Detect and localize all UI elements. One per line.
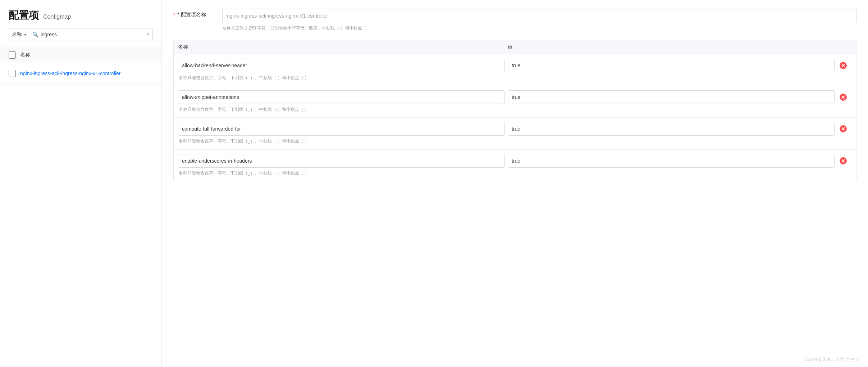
config-name-input[interactable]: [222, 9, 856, 23]
data-row: 名称只能包含数字、字母、下划线（_）、中划线（-）和小数点（.）: [174, 150, 856, 181]
select-all-checkbox[interactable]: [9, 51, 16, 59]
data-row: 名称只能包含数字、字母、下划线（_）、中划线（-）和小数点（.）: [174, 54, 856, 86]
sidebar: 配置项 Configmap 名称 ▼ 🔍 × 名称 nginx-ingress-…: [0, 0, 162, 367]
required-star: *: [173, 12, 175, 18]
table-col-value: 值: [508, 44, 837, 50]
row-1-hint: 名称只能包含数字、字母、下划线（_）、中划线（-）和小数点（.）: [178, 74, 852, 81]
sidebar-table-body: nginx-ingress-ack-ingress-nginx-v1-contr…: [0, 63, 161, 84]
search-bar: 名称 ▼ 🔍 ×: [9, 28, 153, 41]
row-2-value-input[interactable]: [508, 90, 835, 104]
sidebar-title-row: 配置项 Configmap: [9, 9, 153, 22]
config-name-field: * * 配置项名称 名称长度为 1-253 字符，只能包含小写字母、数字、中划线…: [173, 9, 856, 31]
row-2-hint: 名称只能包含数字、字母、下划线（_）、中划线（-）和小数点（.）: [178, 106, 852, 113]
data-table: 名称 值 名称只能包含数字、字母、下划线（_）、中划线（-）和小数点（.）: [173, 40, 856, 181]
config-name-label: * * 配置项名称: [173, 9, 216, 18]
search-dropdown[interactable]: 名称 ▼: [12, 31, 30, 38]
search-icon: 🔍: [32, 32, 38, 37]
row-checkbox[interactable]: [9, 70, 16, 77]
sidebar-header: 配置项 Configmap 名称 ▼ 🔍 ×: [0, 0, 161, 47]
row-3-value-input[interactable]: [508, 122, 835, 136]
row-1-delete-button[interactable]: [837, 60, 849, 71]
table-row[interactable]: nginx-ingress-ack-ingress-nginx-v1-contr…: [0, 63, 161, 84]
row-4-value-input[interactable]: [508, 154, 835, 168]
row-1-name-input[interactable]: [178, 59, 505, 72]
data-table-header: 名称 值: [174, 40, 856, 54]
row-3-delete-button[interactable]: [837, 123, 849, 135]
search-input[interactable]: [41, 32, 144, 37]
data-row-fields: [178, 122, 852, 136]
data-row: 名称只能包含数字、字母、下划线（_）、中划线（-）和小数点（.）: [174, 86, 856, 118]
row-4-delete-button[interactable]: [837, 155, 849, 167]
data-row: 名称只能包含数字、字母、下划线（_）、中划线（-）和小数点（.）: [174, 118, 856, 149]
search-clear-button[interactable]: ×: [146, 32, 150, 37]
row-3-name-input[interactable]: [178, 122, 505, 136]
row-1-value-input[interactable]: [508, 59, 835, 72]
table-col-action: [837, 44, 852, 50]
data-row-fields: [178, 90, 852, 104]
row-4-name-input[interactable]: [178, 154, 505, 168]
table-col-name: 名称: [178, 44, 508, 50]
config-name-hint: 名称长度为 1-253 字符，只能包含小写字母、数字、中划线（-）和小数点（.）: [222, 25, 856, 31]
chevron-down-icon: ▼: [23, 33, 27, 37]
sidebar-table-header: 名称: [0, 47, 161, 63]
page-title-en: Configmap: [43, 14, 71, 20]
data-row-fields: [178, 154, 852, 168]
sidebar-table-header-name: 名称: [20, 52, 30, 58]
row-2-name-input[interactable]: [178, 90, 505, 104]
page-title-zh: 配置项: [9, 9, 39, 22]
watermark: CSDN @天草二十六_简村人: [805, 357, 859, 363]
row-link[interactable]: nginx-ingress-ack-ingress-nginx-v1-contr…: [20, 71, 120, 76]
search-filter-label: 名称: [12, 31, 22, 38]
row-2-delete-button[interactable]: [837, 91, 849, 103]
row-3-hint: 名称只能包含数字、字母、下划线（_）、中划线（-）和小数点（.）: [178, 138, 852, 145]
config-name-input-wrap: 名称长度为 1-253 字符，只能包含小写字母、数字、中划线（-）和小数点（.）: [222, 9, 856, 31]
main-panel: * * 配置项名称 名称长度为 1-253 字符，只能包含小写字母、数字、中划线…: [162, 0, 868, 367]
row-4-hint: 名称只能包含数字、字母、下划线（_）、中划线（-）和小数点（.）: [178, 170, 852, 177]
data-row-fields: [178, 59, 852, 72]
